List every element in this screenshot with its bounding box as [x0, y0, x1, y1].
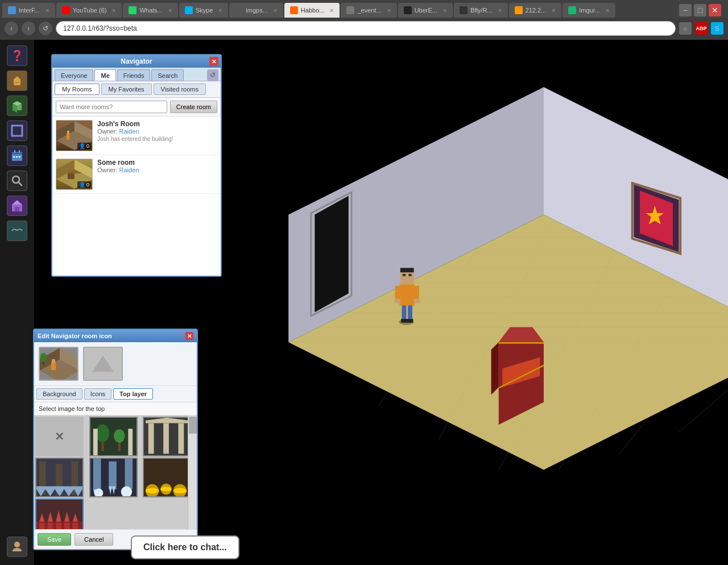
- image-grid-item-empty[interactable]: ✕: [35, 417, 84, 456]
- room-owner-2: Owner: Raiden: [97, 167, 217, 173]
- maximize-btn[interactable]: □: [694, 4, 706, 16]
- cancel-btn[interactable]: Cancel: [75, 533, 113, 546]
- navigator-title: Navigator: [121, 57, 152, 65]
- svg-rect-18: [15, 207, 19, 211]
- edit-nav-close-btn[interactable]: ✕: [185, 332, 193, 340]
- tab-ip[interactable]: 212.2... ✕: [509, 3, 562, 18]
- icon-preview-placeholder: [83, 347, 123, 381]
- image-grid-item-4[interactable]: [89, 458, 138, 497]
- svg-rect-52: [408, 305, 412, 321]
- tab-event[interactable]: _event... ✕: [341, 3, 396, 18]
- room-users-badge-2: 👤 0: [77, 181, 91, 188]
- svg-rect-78: [52, 359, 55, 363]
- room-owner-link-1[interactable]: Raiden: [119, 128, 139, 135]
- reload-btn[interactable]: ↺: [39, 22, 52, 35]
- room-item-1[interactable]: 👤 0 Josh's Room Owner: Raiden Josh has e…: [52, 117, 221, 155]
- bookmark-icon[interactable]: ☆: [679, 22, 692, 35]
- sidebar-icon-frame[interactable]: [7, 121, 27, 141]
- svg-rect-122: [64, 523, 70, 529]
- room-thumb-2: 👤 0: [56, 159, 93, 190]
- tab-uber[interactable]: UberE... ✕: [398, 3, 453, 18]
- sidebar-icon-search[interactable]: [7, 171, 27, 191]
- image-grid-item-selected[interactable]: [35, 498, 84, 529]
- svg-marker-17: [12, 200, 22, 205]
- room-info-1: Josh's Room Owner: Raiden Josh has enter…: [97, 120, 217, 151]
- tab-whats[interactable]: Whats... ✕: [123, 3, 177, 18]
- image-grid-item-1[interactable]: [89, 417, 138, 456]
- image-grid-item-3[interactable]: [35, 458, 84, 497]
- skype-icon[interactable]: S: [711, 22, 723, 35]
- sub-tab-my-rooms[interactable]: My Rooms: [55, 84, 100, 95]
- svg-rect-10: [19, 150, 20, 153]
- sub-tab-visited[interactable]: Visited rooms: [154, 84, 206, 95]
- navigator-search-input[interactable]: [56, 101, 167, 113]
- adblock-icon[interactable]: ABP: [695, 22, 708, 35]
- close-browser-btn[interactable]: ✕: [709, 4, 721, 16]
- isometric-room: [159, 80, 728, 565]
- svg-rect-119: [39, 523, 45, 529]
- svg-rect-102: [93, 459, 101, 489]
- layer-tab-icons[interactable]: Icons: [84, 388, 111, 400]
- layer-tab-background[interactable]: Background: [36, 388, 82, 400]
- nav-tab-search[interactable]: Search: [151, 69, 184, 81]
- tab-skype[interactable]: Skype ✕: [179, 3, 229, 18]
- address-bar-row: ‹ › ↺ ☆ ABP S: [0, 18, 728, 39]
- svg-point-88: [114, 429, 125, 442]
- nav-tab-friends[interactable]: Friends: [117, 69, 151, 81]
- tab-imgur[interactable]: Imgur... ✕: [562, 3, 615, 18]
- tab-imgps[interactable]: imgps... ✕: [229, 3, 283, 18]
- edit-navigator-window: Edit Navigator room icon ✕: [33, 329, 198, 550]
- edit-nav-titlebar: Edit Navigator room icon ✕: [34, 330, 197, 342]
- sidebar-icon-shop[interactable]: [7, 196, 27, 216]
- sub-tab-my-favorites[interactable]: My Favorites: [101, 84, 152, 95]
- sidebar-icon-avatar[interactable]: [7, 537, 27, 557]
- layer-tabs: Background Icons Top layer: [34, 386, 197, 402]
- svg-point-80: [40, 353, 47, 362]
- nav-tab-everyone[interactable]: Everyone: [55, 69, 93, 81]
- svg-point-19: [14, 542, 20, 547]
- svg-rect-93: [163, 423, 169, 454]
- room-item-2[interactable]: 👤 0 Some room Owner: Raiden: [52, 155, 221, 194]
- left-sidebar: ❓: [0, 40, 34, 565]
- svg-rect-92: [148, 423, 154, 454]
- navigator-window: Navigator ✕ Everyone Me Friends Search ↺…: [51, 54, 222, 277]
- back-btn[interactable]: ‹: [5, 22, 18, 35]
- navigator-refresh-btn[interactable]: ↺: [207, 69, 218, 81]
- room-owner-1: Owner: Raiden: [97, 128, 217, 135]
- nav-tab-me[interactable]: Me: [94, 69, 115, 81]
- image-grid-item-5[interactable]: [143, 458, 191, 497]
- svg-marker-48: [499, 342, 544, 344]
- tab-habbo[interactable]: Habbo... ✕: [284, 3, 340, 18]
- sidebar-icon-backpack[interactable]: [7, 70, 27, 91]
- select-image-label: Select image for the top: [34, 402, 197, 416]
- svg-rect-89: [128, 429, 133, 455]
- svg-rect-1: [15, 77, 19, 80]
- svg-rect-6: [12, 126, 22, 136]
- svg-rect-103: [109, 462, 117, 489]
- chat-bubble[interactable]: Click here to chat...: [131, 535, 239, 559]
- svg-rect-58: [394, 298, 400, 303]
- layer-tab-top[interactable]: Top layer: [113, 388, 153, 400]
- rooms-list: 👤 0 Josh's Room Owner: Raiden Josh has e…: [52, 117, 221, 276]
- svg-rect-61: [400, 268, 414, 272]
- address-input[interactable]: [56, 21, 676, 36]
- navigator-close-btn[interactable]: ✕: [209, 57, 218, 66]
- image-grid-scrollbar[interactable]: [188, 416, 197, 529]
- image-grid-item-2[interactable]: [143, 417, 191, 456]
- sidebar-icon-question[interactable]: ❓: [7, 45, 27, 66]
- save-btn[interactable]: Save: [38, 533, 71, 546]
- minimize-btn[interactable]: −: [679, 4, 692, 16]
- tab-bfly[interactable]: Bfly/R... ✕: [454, 3, 508, 18]
- room-owner-link-2[interactable]: Raiden: [119, 167, 139, 173]
- sidebar-icon-box[interactable]: [7, 95, 27, 116]
- create-room-btn[interactable]: Create room: [170, 101, 217, 113]
- image-grid-container: ✕: [34, 416, 197, 529]
- tab-yt[interactable]: YouTube (6) ✕: [56, 3, 122, 18]
- sidebar-icon-handshake[interactable]: [7, 221, 27, 241]
- sidebar-icon-calendar[interactable]: [7, 146, 27, 166]
- svg-rect-11: [13, 156, 15, 157]
- svg-rect-72: [68, 173, 75, 179]
- tab-interf[interactable]: InterF... ✕: [2, 3, 55, 18]
- forward-btn[interactable]: ›: [22, 22, 35, 35]
- navigator-titlebar: Navigator ✕: [52, 55, 221, 68]
